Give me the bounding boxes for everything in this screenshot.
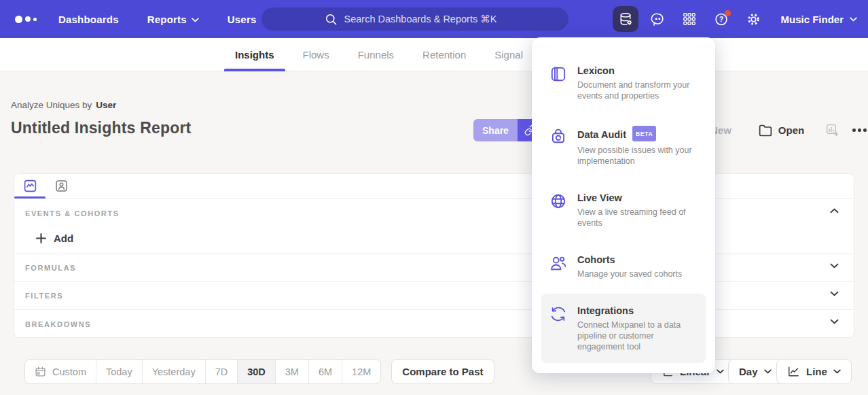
project-name: Music Finder xyxy=(780,14,844,25)
menu-item-title: Live View xyxy=(577,192,694,204)
settings-gear-icon xyxy=(746,12,761,27)
line-chart-icon xyxy=(787,365,800,378)
feedback-button[interactable] xyxy=(645,6,670,32)
tab-funnels[interactable]: Funnels xyxy=(347,38,405,71)
filters-section[interactable]: FILTERS xyxy=(14,282,854,310)
dot xyxy=(858,128,861,132)
add-event-button[interactable]: Add xyxy=(32,228,77,248)
breakdowns-section[interactable]: BREAKDOWNS xyxy=(14,310,854,339)
mixpanel-logo-icon[interactable] xyxy=(15,16,37,23)
more-options-button[interactable] xyxy=(851,124,868,136)
primary-nav: Dashboards Reports Users xyxy=(58,14,256,25)
menu-item-cohorts[interactable]: Cohorts Manage your saved cohorts xyxy=(532,243,715,290)
menu-item-text: Lexicon Document and transform your even… xyxy=(577,65,694,101)
dot xyxy=(863,128,867,132)
chevron-down-icon xyxy=(830,319,839,324)
chart-type-dropdown-button[interactable]: Line xyxy=(776,359,852,384)
analyze-by-row: Analyze Uniques byUser xyxy=(11,100,116,110)
filters-expand-button[interactable] xyxy=(827,288,842,299)
interval-dropdown-button[interactable]: Day xyxy=(728,359,782,384)
topbar-right-controls: ? Music Finder xyxy=(613,0,857,38)
share-button[interactable]: Share xyxy=(473,119,518,141)
range-6m[interactable]: 6M xyxy=(308,360,342,383)
range-yesterday[interactable]: Yesterday xyxy=(142,360,205,383)
logo-dot xyxy=(15,16,22,23)
range-3m[interactable]: 3M xyxy=(275,360,308,383)
range-custom[interactable]: Custom xyxy=(25,360,96,383)
tab-label: Flows xyxy=(303,49,329,61)
range-12m[interactable]: 12M xyxy=(342,360,380,383)
nav-users[interactable]: Users xyxy=(228,14,257,25)
range-7d[interactable]: 7D xyxy=(205,360,238,383)
folder-icon xyxy=(759,124,772,137)
chevron-up-icon xyxy=(830,208,839,213)
range-label: Custom xyxy=(52,366,86,377)
menu-item-text: Data Audit BETA View possible issues wit… xyxy=(577,126,694,167)
nav-dashboards[interactable]: Dashboards xyxy=(58,14,119,25)
plus-icon xyxy=(36,233,46,243)
events-cohorts-heading: EVENTS & COHORTS xyxy=(25,209,120,218)
top-navigation-bar: Dashboards Reports Users xyxy=(0,0,868,38)
menu-item-text: Integrations Connect Mixpanel to a data … xyxy=(577,305,694,352)
svg-text:?: ? xyxy=(719,16,723,23)
query-builder-panel: EVENTS & COHORTS Add FORMULAS FILTERS BR… xyxy=(14,173,854,338)
apps-grid-button[interactable] xyxy=(676,6,702,32)
menu-item-title: Data Audit BETA xyxy=(577,126,694,142)
data-management-dropdown: Lexicon Document and transform your even… xyxy=(532,37,715,373)
date-range-segmented-control: Custom Today Yesterday 7D 30D 3M 6M 12M xyxy=(24,359,381,384)
menu-item-text: Cohorts Manage your saved cohorts xyxy=(577,254,694,279)
dot xyxy=(852,128,856,132)
search-input[interactable] xyxy=(344,14,506,24)
tab-retention[interactable]: Retention xyxy=(412,38,477,71)
tab-insights[interactable]: Insights xyxy=(224,38,285,71)
nav-reports-label: Reports xyxy=(147,14,187,25)
header-actions: New Open xyxy=(706,119,868,141)
feedback-bubble-icon xyxy=(650,12,666,27)
menu-item-description: Connect Mixpanel to a data pipeline or c… xyxy=(577,320,694,352)
users-mode-tab[interactable] xyxy=(46,174,77,198)
lexicon-book-icon xyxy=(549,65,567,83)
events-collapse-button[interactable] xyxy=(827,205,842,216)
search-bar[interactable] xyxy=(261,7,568,31)
open-report-button[interactable]: Open xyxy=(759,124,804,137)
menu-item-integrations[interactable]: Integrations Connect Mixpanel to a data … xyxy=(541,294,706,363)
chevron-down-icon xyxy=(192,18,199,22)
logo-dot xyxy=(25,16,31,22)
tab-label: Funnels xyxy=(358,49,394,61)
query-mode-tabs xyxy=(14,174,854,199)
formulas-heading: FORMULAS xyxy=(25,264,76,272)
user-profile-icon xyxy=(54,179,69,193)
chevron-down-icon xyxy=(830,263,839,269)
formulas-expand-button[interactable] xyxy=(827,260,842,271)
data-management-button[interactable] xyxy=(613,6,638,32)
menu-item-data-audit[interactable]: Data Audit BETA View possible issues wit… xyxy=(532,116,715,177)
settings-button[interactable] xyxy=(740,6,766,32)
help-button[interactable]: ? xyxy=(708,6,734,32)
tab-flows[interactable]: Flows xyxy=(292,38,340,71)
events-mode-tab[interactable] xyxy=(14,174,46,198)
range-30d[interactable]: 30D xyxy=(237,360,275,383)
analyze-entity[interactable]: User xyxy=(96,100,116,110)
menu-item-title-text: Data Audit xyxy=(577,128,626,141)
range-today[interactable]: Today xyxy=(96,360,142,383)
project-selector[interactable]: Music Finder xyxy=(780,14,857,25)
chart-add-icon xyxy=(825,123,839,137)
nav-reports[interactable]: Reports xyxy=(147,14,199,25)
integrations-sync-icon xyxy=(549,305,567,323)
logo-dot xyxy=(33,18,37,21)
menu-item-lexicon[interactable]: Lexicon Document and transform your even… xyxy=(532,54,715,112)
add-to-board-button[interactable] xyxy=(825,123,839,137)
chevron-down-icon xyxy=(830,291,839,296)
menu-item-description: Document and transform your events and p… xyxy=(577,80,694,101)
menu-item-title: Lexicon xyxy=(577,65,694,77)
formulas-section[interactable]: FORMULAS xyxy=(14,254,854,282)
chevron-down-icon xyxy=(833,369,841,374)
menu-item-live-view[interactable]: Live View View a live streaming feed of … xyxy=(532,181,715,239)
report-title[interactable]: Untitled Insights Report xyxy=(11,119,191,137)
tab-label: Signal xyxy=(494,49,523,61)
beta-badge: BETA xyxy=(632,126,656,141)
database-gear-icon xyxy=(618,12,634,27)
live-view-globe-icon xyxy=(549,192,567,210)
breakdowns-expand-button[interactable] xyxy=(827,316,842,327)
compare-to-past-button[interactable]: Compare to Past xyxy=(391,359,494,384)
